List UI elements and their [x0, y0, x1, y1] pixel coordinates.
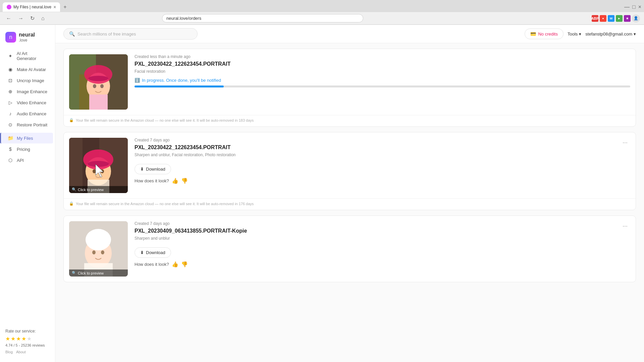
preview-overlay-2[interactable]: 🔍 Click to preview	[69, 186, 128, 193]
file-3-download-label: Download	[146, 250, 165, 255]
home-btn[interactable]: ⌂	[39, 15, 47, 22]
file-2-more-btn[interactable]: ···	[620, 138, 630, 147]
star-rating[interactable]: ★ ★ ★ ★ ★	[5, 336, 50, 342]
sidebar-item-pricing[interactable]: $ Pricing	[2, 144, 53, 155]
file-3-more-btn[interactable]: ···	[620, 221, 630, 231]
sidebar-item-image-enhance[interactable]: ⊕ Image Enhance	[2, 86, 53, 97]
tools-chevron-icon: ▾	[579, 32, 581, 37]
logo[interactable]: n neural .love	[0, 29, 55, 48]
download-icon-3: ⬇	[140, 250, 144, 255]
sidebar-bottom: Rate our service: ★ ★ ★ ★ ★ 4.74 / 5 - 2…	[0, 325, 55, 358]
sidebar-item-ai-art-generator[interactable]: ✦ AI Art Generator	[2, 48, 53, 64]
thumbs-up-btn-2[interactable]: 👍	[172, 178, 178, 184]
star-5: ★	[27, 336, 32, 342]
sidebar-item-video-enhance[interactable]: ▷ Video Enhance	[2, 97, 53, 108]
file-info-1: Created less than a minute ago PXL_20230…	[135, 54, 630, 110]
review-count: 25236	[21, 343, 32, 347]
thumbs-down-btn-2[interactable]: 👎	[181, 178, 188, 184]
sidebar-item-make-ai-avatar[interactable]: ◉ Make AI Avatar	[2, 64, 53, 75]
forward-btn[interactable]: →	[16, 15, 25, 22]
file-2-tags: Sharpen and unblur, Facial restoration, …	[135, 153, 236, 157]
tools-label: Tools	[568, 32, 578, 37]
file-2-name: PXL_20230422_122623454.PORTRAIT	[135, 144, 236, 150]
restore-btn[interactable]: □	[632, 4, 636, 10]
ai-art-icon: ✦	[7, 53, 13, 59]
rating-reviews: -	[19, 343, 21, 347]
svg-point-15	[93, 169, 96, 173]
tab-title: My Files | neural.love	[13, 5, 51, 9]
tab-close-btn[interactable]: ×	[53, 4, 56, 10]
restore-portrait-icon: ⊙	[7, 122, 13, 127]
star-1: ★	[5, 336, 10, 342]
address-bar: ← → ↻ ⌂ neural.love/orders ABP ● W ► ★ 👤	[0, 12, 644, 24]
extension-icon-red[interactable]: ●	[600, 15, 606, 22]
blog-link[interactable]: Blog	[5, 350, 13, 354]
file-info-2: Created 7 days ago PXL_20230422_12262345…	[135, 138, 630, 193]
rating-value: 4.74	[5, 343, 12, 347]
logo-text-group: neural .love	[19, 32, 35, 43]
thumbs-down-btn-3[interactable]: 👎	[181, 261, 188, 267]
address-input[interactable]: neural.love/orders	[162, 14, 363, 22]
search-icon: 🔍	[69, 31, 75, 37]
extension-icon-purple[interactable]: ★	[624, 15, 631, 22]
file-card-3: 🔍 Click to preview Created 7 days ago PX…	[63, 216, 636, 282]
sidebar-label-my-files: My Files	[17, 136, 33, 141]
tab-favicon	[7, 5, 11, 9]
user-menu-button[interactable]: stefanstp08@gmail.com ▾	[585, 32, 636, 37]
file-card-3-inner: 🔍 Click to preview Created 7 days ago PX…	[64, 216, 636, 282]
file-3-how-label: How does it look?	[135, 262, 169, 267]
sidebar-item-restore-portrait[interactable]: ⊙ Restore Portrait	[2, 119, 53, 130]
svg-point-14	[88, 161, 109, 167]
user-profile-icon[interactable]: 👤	[632, 14, 640, 22]
info-icon: ℹ️	[135, 78, 140, 83]
file-2-security-text: Your file will remain secure in the Amaz…	[76, 202, 254, 206]
file-3-feedback: How does it look? 👍 👎	[135, 261, 630, 267]
svg-point-23	[101, 250, 104, 254]
about-link[interactable]: About	[16, 350, 26, 354]
preview-overlay-3[interactable]: 🔍 Click to preview	[69, 269, 128, 277]
reload-btn[interactable]: ↻	[28, 14, 37, 22]
back-btn[interactable]: ←	[4, 15, 13, 22]
main-content: Created less than a minute ago PXL_20230…	[55, 43, 644, 362]
svg-point-16	[101, 169, 104, 173]
extension-icon-green[interactable]: ►	[616, 15, 623, 22]
sidebar-item-api[interactable]: ⬡ API	[2, 155, 53, 166]
minimize-btn[interactable]: —	[624, 4, 630, 10]
user-email: stefanstp08@gmail.com	[585, 32, 632, 37]
file-3-name: PXL_20230409_063413855.PORTRAIT-Kopie	[135, 228, 247, 234]
file-2-download-btn[interactable]: ⬇ Download	[135, 164, 171, 174]
uncrop-icon: ⊡	[7, 78, 13, 83]
sidebar-item-uncrop-image[interactable]: ⊡ Uncrop Image	[2, 75, 53, 86]
sidebar-label-pricing: Pricing	[17, 147, 30, 152]
my-files-icon: 📁	[7, 135, 13, 141]
search-bar[interactable]: 🔍 Search millions of free images	[63, 28, 198, 40]
sidebar-item-audio-enhance[interactable]: ♪ Audio Enhance	[2, 108, 53, 119]
tools-button[interactable]: Tools ▾	[568, 32, 581, 37]
credits-button[interactable]: 💳 No credits	[525, 28, 564, 39]
file-2-feedback: How does it look? 👍 👎	[135, 178, 630, 184]
file-thumbnail-1[interactable]	[69, 54, 128, 110]
file-2-security-note: 🔒 Your file will remain secure in the Am…	[64, 198, 636, 210]
file-card-2-inner: 🔍 Click to preview Created 7 days ago PX…	[64, 132, 636, 198]
rating-max: 5	[16, 343, 18, 347]
browser-actions: ABP ● W ► ★ 👤	[592, 14, 640, 22]
active-tab[interactable]: My Files | neural.love ×	[3, 2, 60, 12]
file-thumbnail-3[interactable]: 🔍 Click to preview	[69, 221, 128, 277]
new-tab-btn[interactable]: +	[61, 2, 68, 12]
lock-icon: 🔒	[69, 118, 74, 122]
thumbs-up-btn-3[interactable]: 👍	[172, 261, 178, 267]
file-thumbnail-2[interactable]: 🔍 Click to preview	[69, 138, 128, 193]
file-1-status: ℹ️ In progress. Once done, you'll be not…	[135, 78, 630, 83]
header-right: 💳 No credits Tools ▾ stefanstp08@gmail.c…	[525, 28, 636, 39]
file-1-progress-fill	[135, 85, 224, 87]
extension-icon-abp[interactable]: ABP	[592, 15, 598, 22]
sidebar-label-audio-enhance: Audio Enhance	[17, 111, 46, 116]
logo-sub: .love	[19, 38, 35, 43]
file-1-security-note: 🔒 Your file will remain secure in the Am…	[64, 115, 636, 126]
sidebar-item-my-files[interactable]: 📁 My Files	[0, 133, 53, 143]
extension-icon-blue[interactable]: W	[608, 15, 614, 22]
file-3-download-btn[interactable]: ⬇ Download	[135, 247, 171, 258]
close-btn[interactable]: ×	[638, 4, 641, 10]
rating-reviews-label: reviews	[32, 343, 45, 347]
search-placeholder: Search millions of free images	[77, 32, 136, 37]
